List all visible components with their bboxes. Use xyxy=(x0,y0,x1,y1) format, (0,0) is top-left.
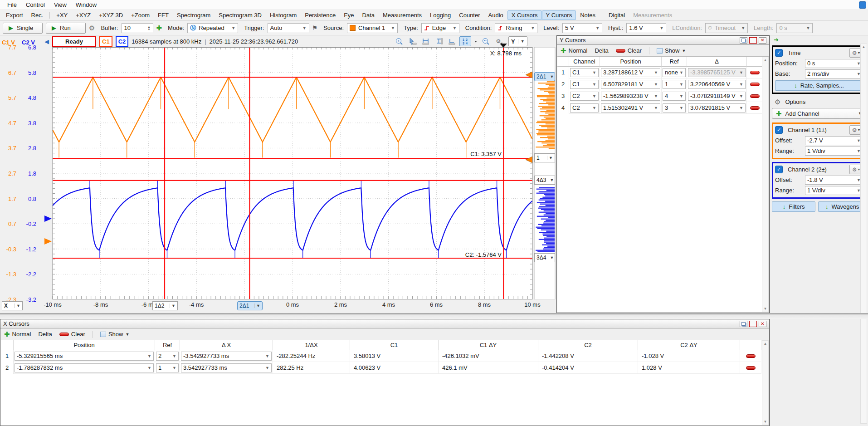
trigger-select[interactable]: Auto ▼ xyxy=(268,23,309,33)
type-select[interactable]: Edge ▼ xyxy=(421,23,459,33)
position-select[interactable]: 1.515302491 V▼ xyxy=(601,103,660,113)
run-button[interactable]: ▶ Run xyxy=(46,23,86,34)
float-window-icon[interactable] xyxy=(740,321,747,327)
expand-right-icon[interactable]: ➜ xyxy=(770,35,868,44)
pointer-ruler-icon[interactable] xyxy=(407,36,419,46)
caret-down-icon[interactable] xyxy=(473,36,479,46)
x-cursors-scrollbar[interactable]: ▲ ▼ xyxy=(762,340,769,425)
lcondition-select[interactable]: ⏱ Timeout ▼ xyxy=(705,23,748,33)
channel1-offset-select[interactable]: -2.7 V▼ xyxy=(805,136,863,145)
tab-fft[interactable]: FFT xyxy=(154,10,173,20)
menu-window[interactable]: Window xyxy=(71,0,101,9)
clear-cursors-button[interactable]: Clear xyxy=(616,47,642,54)
channel-select[interactable]: C2▼ xyxy=(570,103,599,113)
ruler-cursor-marker-2Δ1[interactable]: 2Δ1▼ xyxy=(237,301,263,310)
tab-export[interactable]: Export xyxy=(2,10,27,20)
ref-select[interactable]: none▼ xyxy=(663,68,686,77)
tab-measurements[interactable]: Measurements xyxy=(629,10,676,20)
ref-select[interactable]: 1▼ xyxy=(156,363,179,372)
zoom-one-icon[interactable]: 1 xyxy=(394,36,405,46)
time-position-select[interactable]: 0 s▼ xyxy=(805,59,863,68)
spinner-icons[interactable]: ▲▼ xyxy=(148,25,151,31)
tab-channel1[interactable]: C1 xyxy=(99,36,112,47)
add-mode-icon[interactable]: ✚ xyxy=(156,24,162,31)
single-button[interactable]: ▶ Single xyxy=(3,23,43,34)
tab-rec-[interactable]: Rec. xyxy=(27,10,48,20)
length-select[interactable]: 0 s ▼ xyxy=(776,23,813,33)
vertical-ruler-icon[interactable] xyxy=(433,36,445,46)
y-cursors-scrollbar[interactable]: ▲ ▼ xyxy=(762,57,769,312)
channel2-range-select[interactable]: 1 V/div▼ xyxy=(805,186,863,195)
remove-cursor-button[interactable] xyxy=(750,94,760,98)
tab-eye[interactable]: Eye xyxy=(340,10,358,20)
tab--xyz-3d[interactable]: +XYZ 3D xyxy=(95,10,127,20)
menu-file[interactable]: File xyxy=(3,0,21,9)
buffer-spinbox[interactable]: 10 ▲▼ xyxy=(122,23,153,33)
horizontal-splitter[interactable] xyxy=(0,313,868,319)
add-normal-cursor-button[interactable]: ✚Normal xyxy=(561,47,587,54)
maximize-icon[interactable] xyxy=(749,37,757,44)
tab-audio[interactable]: Audio xyxy=(484,10,507,20)
delta-select[interactable]: -3.0782918149 V▼ xyxy=(688,92,746,101)
tab--zoom[interactable]: +Zoom xyxy=(127,10,154,20)
tab-spectrogram[interactable]: Spectrogram xyxy=(173,10,215,20)
position-select[interactable]: -1.5629893238 V▼ xyxy=(601,92,660,101)
menu-control[interactable]: Control xyxy=(21,0,49,9)
position-select[interactable]: 6.507829181 V▼ xyxy=(601,80,660,89)
channel2-checkbox[interactable]: ✓ xyxy=(775,166,783,173)
quad-view-icon[interactable]: 1234 xyxy=(459,36,471,46)
menu-view[interactable]: View xyxy=(49,0,71,9)
source-select[interactable]: Channel 1 ▼ xyxy=(347,23,398,33)
remove-cursor-button[interactable] xyxy=(750,83,760,86)
tab-histogram[interactable]: Histogram xyxy=(266,10,301,20)
close-icon[interactable]: ✕ xyxy=(759,37,766,44)
y-cursor-marker-2Δ1[interactable]: 2Δ1▼ xyxy=(534,72,555,81)
close-icon[interactable]: ✕ xyxy=(759,321,766,327)
crosshair-top-marker-icon[interactable] xyxy=(500,44,507,48)
maximize-icon[interactable] xyxy=(749,321,757,327)
ref-select[interactable]: 1▼ xyxy=(663,80,686,89)
horizontal-ruler-icon[interactable] xyxy=(420,36,432,46)
tab--xyz[interactable]: +XYZ xyxy=(72,10,95,20)
hysteresis-select[interactable]: 1.6 V ▼ xyxy=(626,23,666,33)
remove-cursor-button[interactable] xyxy=(750,71,760,74)
remove-cursor-button[interactable] xyxy=(746,354,756,358)
delta-x-select[interactable]: 3.542927733 ms▼ xyxy=(181,363,272,372)
x-axis-mode-select[interactable]: X▼ xyxy=(2,301,23,310)
show-menu-button[interactable]: Show▼ xyxy=(100,331,129,338)
time-base-select[interactable]: 2 ms/div▼ xyxy=(805,69,863,78)
y-cursor-marker-1[interactable]: 1▼ xyxy=(534,153,555,162)
y-cursors-titlebar[interactable]: Y Cursors ✕ xyxy=(557,36,769,45)
y-axis-mode-select[interactable]: Y▼ xyxy=(508,36,527,46)
tab-channel2[interactable]: C2 xyxy=(116,36,129,47)
x-cursors-titlebar[interactable]: X Cursors ✕ xyxy=(0,319,769,328)
options-row[interactable]: ⚙ Options ▼ xyxy=(770,97,868,107)
ref-select[interactable]: 3▼ xyxy=(663,103,686,113)
ref-select[interactable]: 2▼ xyxy=(156,352,179,361)
show-menu-button[interactable]: Show▼ xyxy=(657,47,686,54)
tab-notes[interactable]: Notes xyxy=(576,10,600,20)
collapse-left-icon[interactable]: ◀ xyxy=(44,38,49,45)
channel-select[interactable]: C1▼ xyxy=(570,68,599,77)
scope-plot[interactable] xyxy=(0,47,556,299)
add-delta-cursor-button[interactable]: Delta xyxy=(595,47,608,54)
rate-samples-button[interactable]: ↓ Rate, Samples... xyxy=(775,80,863,91)
level-select[interactable]: 5 V ▼ xyxy=(562,23,602,33)
time-checkbox[interactable]: ✓ xyxy=(775,49,783,57)
tab-data[interactable]: Data xyxy=(358,10,379,20)
position-select[interactable]: 3.287188612 V▼ xyxy=(601,68,660,77)
tab-digital[interactable]: Digital xyxy=(605,10,629,20)
position-select[interactable]: -1.786287832 ms▼ xyxy=(15,363,154,372)
delta-select[interactable]: 3.078291815 V▼ xyxy=(688,103,746,113)
tab-y-cursors[interactable]: Y Cursors xyxy=(542,10,576,20)
add-delta-cursor-button[interactable]: Delta xyxy=(38,331,52,338)
corner-ruler-icon[interactable] xyxy=(446,36,458,46)
tab-persistence[interactable]: Persistence xyxy=(301,10,340,20)
tab-x-cursors[interactable]: X Cursors xyxy=(507,10,542,20)
window-icon[interactable] xyxy=(859,1,866,9)
ruler-cursor-marker-1Δ2[interactable]: 1Δ2▼ xyxy=(152,301,178,310)
clear-cursors-button[interactable]: Clear xyxy=(59,331,85,338)
delta-select[interactable]: -3.3985765125 V▼ xyxy=(688,68,746,77)
remove-cursor-button[interactable] xyxy=(746,366,756,370)
delta-select[interactable]: 3.220640569 V▼ xyxy=(688,80,746,89)
